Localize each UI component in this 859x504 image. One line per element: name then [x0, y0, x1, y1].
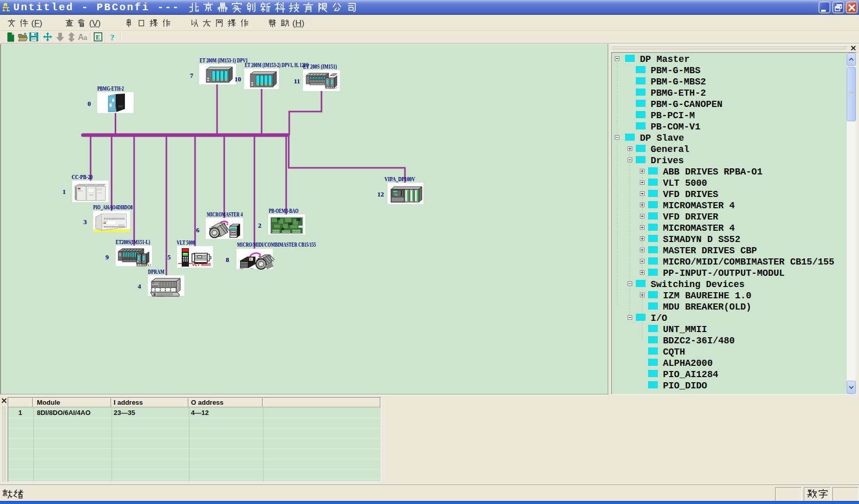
- svg-text:12: 12: [377, 190, 384, 198]
- svg-text:DPRAM: DPRAM: [148, 268, 164, 275]
- svg-text:VIPA_DP100V: VIPA_DP100V: [384, 175, 415, 183]
- svg-text:PIO_AI6AO4DI8DO8: PIO_AI6AO4DI8DO8: [93, 203, 133, 211]
- svg-text:11: 11: [294, 77, 300, 85]
- svg-text:2: 2: [258, 222, 262, 229]
- svg-text:?: ?: [110, 33, 115, 42]
- svg-text:a: a: [83, 34, 88, 41]
- svg-text:3: 3: [83, 218, 87, 226]
- svg-text:PBMG-ETH-2: PBMG-ETH-2: [97, 84, 124, 92]
- svg-text:VLT 5000: VLT 5000: [192, 262, 211, 267]
- svg-text:0: 0: [88, 100, 91, 107]
- svg-text:VLT 5000: VLT 5000: [177, 238, 195, 246]
- svg-text:CC-PB-20: CC-PB-20: [72, 173, 93, 181]
- svg-text:6: 6: [196, 226, 200, 234]
- svg-text:10: 10: [234, 75, 241, 83]
- svg-text:ET 200M (IM153-1) DPV1: ET 200M (IM153-1) DPV1: [200, 56, 248, 64]
- svg-text:1: 1: [62, 188, 66, 195]
- svg-text:PB-OEM3-BAO: PB-OEM3-BAO: [269, 207, 298, 214]
- svg-text:ET 200S (IM151): ET 200S (IM151): [303, 62, 337, 70]
- svg-text:ET 200M (IM153-2) DPV1, H, 12I: ET 200M (IM153-2) DPV1, H, 12IO: [245, 61, 309, 69]
- svg-text:5: 5: [167, 253, 171, 261]
- svg-text:4: 4: [138, 282, 141, 290]
- svg-text:E: E: [96, 33, 100, 41]
- svg-text:MICRO/MIDI/COMBIMASTER CB15/15: MICRO/MIDI/COMBIMASTER CB15/155: [237, 240, 316, 248]
- svg-text:7: 7: [190, 72, 194, 79]
- svg-text:MICROMASTER 4: MICROMASTER 4: [207, 210, 243, 218]
- svg-text:ET200S(IM151-L): ET200S(IM151-L): [116, 238, 150, 246]
- svg-text:8: 8: [226, 256, 229, 264]
- svg-text:9: 9: [105, 253, 109, 261]
